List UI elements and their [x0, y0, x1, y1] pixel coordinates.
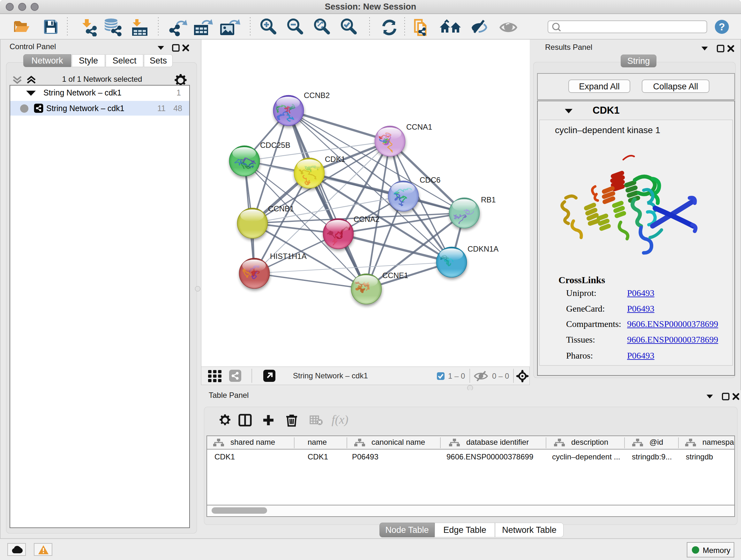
svg-text:CCNA1: CCNA1 [406, 123, 432, 131]
svg-text:CDK1: CDK1 [325, 155, 345, 164]
svg-text:CDC6: CDC6 [420, 176, 441, 184]
svg-text:CCNE1: CCNE1 [382, 271, 408, 280]
svg-text:CCNB1: CCNB1 [268, 204, 294, 213]
svg-text:CDKN1A: CDKN1A [468, 245, 498, 253]
svg-text:CCNA2: CCNA2 [354, 215, 380, 224]
svg-text:CDC25B: CDC25B [260, 141, 290, 149]
svg-text:RB1: RB1 [481, 195, 496, 204]
svg-text:?: ? [719, 21, 725, 33]
svg-text:HIST1H1A: HIST1H1A [270, 252, 307, 260]
svg-text:CCNB2: CCNB2 [304, 91, 330, 100]
